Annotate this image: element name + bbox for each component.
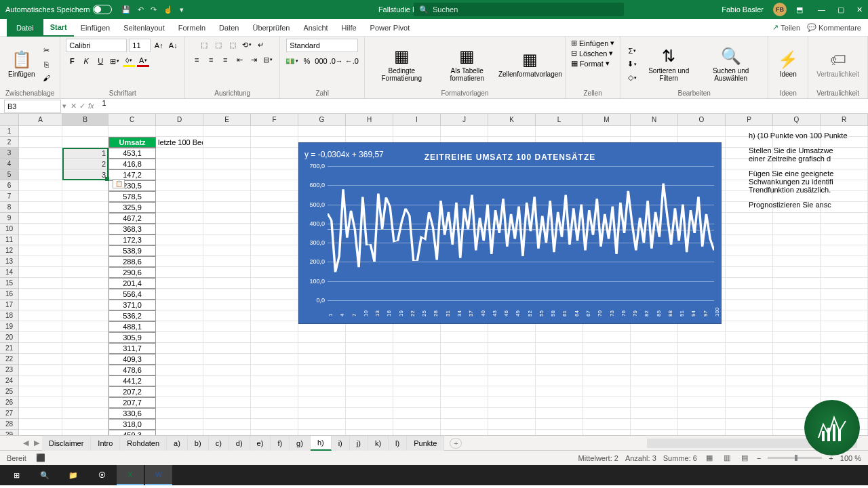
cell-E24[interactable] [203,375,251,386]
start-icon[interactable]: ⊞ [3,465,30,485]
cell-C25[interactable]: 207,2 [108,386,156,397]
cell-A7[interactable] [19,191,62,202]
page-break-view-icon[interactable]: ▤ [739,453,750,462]
sheet-tab-Punkte[interactable]: Punkte [407,436,444,451]
cell-J26[interactable] [441,397,488,408]
cell-O1[interactable] [678,126,726,137]
cell-F18[interactable] [251,310,298,321]
cell-E17[interactable] [203,300,251,310]
cell-C8[interactable]: 325,9 [108,202,156,213]
share-button[interactable]: ↗ Teilen [772,23,800,32]
cell-P23[interactable] [726,365,773,375]
cell-L25[interactable] [536,386,583,397]
cell-E1[interactable] [203,126,251,137]
cell-P18[interactable] [726,310,773,321]
cell-A6[interactable] [19,180,62,191]
sheet-tab-j)[interactable]: j) [350,436,368,451]
cell-M28[interactable] [583,419,631,430]
cell-A28[interactable] [19,419,62,430]
zoom-level[interactable]: 100 % [840,454,861,462]
cell-A10[interactable] [19,224,62,235]
cell-E9[interactable] [203,213,251,224]
cell-D14[interactable] [156,267,203,278]
cell-Q17[interactable] [773,300,821,310]
tab-help[interactable]: Hilfe [335,19,363,37]
cell-N20[interactable] [631,332,678,343]
cell-O29[interactable] [678,430,726,435]
cell-C11[interactable]: 172,3 [108,235,156,245]
cell-H1[interactable] [346,126,393,137]
number-format-select[interactable]: Standard [286,39,358,52]
row-header-16[interactable]: 16 [0,289,19,300]
paste-options-icon[interactable]: 📋 [113,179,125,188]
cell-D4[interactable] [156,159,203,169]
cell-F17[interactable] [251,300,298,310]
cell-H26[interactable] [346,397,393,408]
cell-M21[interactable] [583,343,631,354]
cell-R12[interactable] [821,245,868,256]
cell-Q16[interactable] [773,289,821,300]
search-taskbar-icon[interactable]: 🔍 [31,465,58,485]
cell-F6[interactable] [251,180,298,191]
cell-B6[interactable] [62,180,108,191]
cell-F24[interactable] [251,375,298,386]
tab-data[interactable]: Daten [212,19,245,37]
cell-F15[interactable] [251,278,298,289]
tab-review[interactable]: Überprüfen [245,19,296,37]
cell-R21[interactable] [821,343,868,354]
cell-H21[interactable] [346,343,393,354]
cell-K21[interactable] [488,343,536,354]
cell-Q14[interactable] [773,267,821,278]
cell-O27[interactable] [678,408,726,419]
cell-F12[interactable] [251,245,298,256]
cell-I28[interactable] [393,419,441,430]
cell-B10[interactable] [62,224,108,235]
cell-B16[interactable] [62,289,108,300]
cell-F28[interactable] [251,419,298,430]
currency-icon[interactable]: 💵 [285,55,298,67]
cell-J22[interactable] [441,354,488,365]
cell-B14[interactable] [62,267,108,278]
row-header-10[interactable]: 10 [0,224,19,235]
row-header-8[interactable]: 8 [0,202,19,213]
cell-J29[interactable] [441,430,488,435]
cell-P29[interactable] [726,430,773,435]
cell-C3[interactable]: 453,1 [108,148,156,159]
col-header-F[interactable]: F [251,114,298,126]
cell-E3[interactable] [203,148,251,159]
cell-H22[interactable] [346,354,393,365]
cell-M26[interactable] [583,397,631,408]
cell-B11[interactable] [62,235,108,245]
clear-icon[interactable]: ◇ [626,72,638,84]
cell-F1[interactable] [251,126,298,137]
decrease-decimal-icon[interactable]: ←.0 [345,55,359,67]
cell-P22[interactable] [726,354,773,365]
cell-E27[interactable] [203,408,251,419]
sheet-tab-Intro[interactable]: Intro [91,436,120,451]
cell-C2[interactable]: Umsatz [108,137,156,148]
cell-B25[interactable] [62,386,108,397]
cell-Q11[interactable] [773,235,821,245]
cell-A17[interactable] [19,300,62,310]
sheet-tab-c)[interactable]: c) [209,436,229,451]
sheet-tab-h)[interactable]: h) [311,436,332,451]
find-select-button[interactable]: 🔍Suchen und Auswählen [699,41,762,87]
cell-E7[interactable] [203,191,251,202]
row-header-9[interactable]: 9 [0,213,19,224]
cell-J20[interactable] [441,332,488,343]
row-header-4[interactable]: 4 [0,159,19,169]
cell-A11[interactable] [19,235,62,245]
tab-powerpivot[interactable]: Power Pivot [363,19,417,37]
cell-D24[interactable] [156,375,203,386]
cell-K25[interactable] [488,386,536,397]
sheet-tab-Disclaimer[interactable]: Disclaimer [42,436,91,451]
cell-Q10[interactable] [773,224,821,235]
cell-N22[interactable] [631,354,678,365]
cell-L24[interactable] [536,375,583,386]
cell-A26[interactable] [19,397,62,408]
maximize-icon[interactable]: ▢ [837,5,844,14]
cell-H25[interactable] [346,386,393,397]
cell-A27[interactable] [19,408,62,419]
cell-styles-button[interactable]: ▦Zellenformatvorlagen [501,41,559,87]
cell-J25[interactable] [441,386,488,397]
